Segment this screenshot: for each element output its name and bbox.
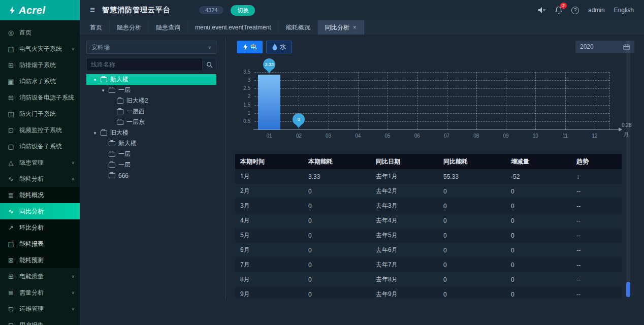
- table-row[interactable]: 9月0去年9月00--: [235, 287, 622, 297]
- table-cell: --: [571, 276, 622, 283]
- sidebar-item[interactable]: ▣消防水子系统: [0, 73, 80, 89]
- tree-node[interactable]: 旧大楼2: [86, 95, 216, 106]
- tab-item[interactable]: 隐患分析: [110, 20, 149, 35]
- table-row[interactable]: 4月0去年4月00--: [235, 213, 622, 228]
- table-cell: 0: [506, 232, 571, 239]
- sidebar-item[interactable]: ⊡视频监控子系统: [0, 122, 80, 138]
- table-cell: 0: [438, 217, 506, 224]
- chevron-down-icon: ∨: [71, 274, 75, 279]
- collapse-menu-icon[interactable]: ≡: [90, 5, 95, 15]
- tree-node[interactable]: 666: [86, 170, 216, 181]
- tree-node[interactable]: 一层西: [86, 106, 216, 117]
- tree-node-label: 一层: [118, 160, 131, 169]
- x-axis-label: 12: [592, 133, 597, 139]
- electric-toggle-button[interactable]: 电: [237, 41, 263, 53]
- table-cell: 0: [303, 262, 371, 269]
- water-drop-icon: [272, 44, 277, 50]
- panel-divider: [225, 38, 226, 300]
- y-axis-label: 2: [231, 93, 250, 99]
- tree-node[interactable]: 一层东: [86, 117, 216, 127]
- line-search: [86, 58, 216, 71]
- bolt-icon: [243, 44, 248, 50]
- folder-open-icon: [101, 131, 107, 136]
- device-tree: ▾新大楼▾一层旧大楼2一层西一层东▾旧大楼新大楼一层一层666: [86, 74, 216, 181]
- sidebar-item[interactable]: ▢消防设备子系统: [0, 138, 80, 154]
- year-picker[interactable]: 2020: [575, 41, 634, 53]
- table-cell: 0: [303, 232, 371, 239]
- table-row[interactable]: 2月0去年2月00--: [235, 184, 622, 199]
- menu-item-label: 消防水子系统: [19, 77, 75, 86]
- menu-item-label: 用户报告: [19, 321, 75, 325]
- table-row[interactable]: 1月3.33去年1月55.33-52↓: [235, 169, 622, 184]
- water-toggle-button[interactable]: 水: [266, 41, 292, 53]
- sidebar-subitem[interactable]: ≣能耗概况: [0, 187, 80, 203]
- tab-label: 能耗概况: [286, 23, 310, 32]
- menu-item-label: 能耗报表: [19, 240, 80, 248]
- table-cell: 0: [506, 217, 571, 224]
- sidebar-item[interactable]: ⊞电能质量∨: [0, 268, 80, 284]
- sidebar-item[interactable]: ◫防火门子系统: [0, 106, 80, 122]
- sidebar-subitem[interactable]: ⊠能耗预测: [0, 252, 80, 268]
- v-gridline: [447, 72, 447, 129]
- tab-item[interactable]: 同比分析×: [318, 20, 364, 35]
- project-count-badge: 4324: [199, 6, 223, 14]
- chevron-down-icon: ∨: [71, 160, 75, 165]
- menu-item-label: 电能质量: [19, 272, 67, 281]
- tree-node[interactable]: 一层: [86, 159, 216, 170]
- app-logo: Acrel: [0, 0, 80, 20]
- volume-mute-icon[interactable]: [538, 7, 546, 14]
- sidebar-item[interactable]: ≣需量分析∨: [0, 284, 80, 301]
- tree-node[interactable]: 一层: [86, 149, 216, 159]
- table-row[interactable]: 8月0去年8月00--: [235, 272, 622, 287]
- switch-button[interactable]: 切换: [231, 5, 255, 16]
- sidebar-item[interactable]: ∿能耗分析∧: [0, 171, 80, 187]
- tab-item[interactable]: menu.event.eventTreatment: [188, 20, 279, 35]
- line-search-input[interactable]: [86, 58, 202, 71]
- table-row[interactable]: 7月0去年7月00--: [235, 257, 622, 272]
- sidebar-item[interactable]: ◎首页: [0, 24, 80, 41]
- table-cell: --: [571, 203, 622, 210]
- sidebar-item[interactable]: ⊟消防设备电源子系统: [0, 89, 80, 106]
- column-header: 趋势: [571, 157, 622, 166]
- v-gridline: [506, 72, 506, 129]
- table-row[interactable]: 3月0去年3月00--: [235, 199, 622, 213]
- org-select[interactable]: 安科瑞 ∨: [86, 41, 216, 54]
- tree-node[interactable]: ▾旧大楼: [86, 127, 216, 138]
- sidebar-item[interactable]: ⊡运维管理∨: [0, 301, 80, 317]
- table-row[interactable]: 5月0去年5月00--: [235, 228, 622, 243]
- sidebar-subitem[interactable]: ▤能耗报表: [0, 236, 80, 252]
- tree-node[interactable]: ▾一层: [86, 85, 216, 95]
- chart-bar[interactable]: [258, 75, 280, 129]
- menu-item-label: 视频监控子系统: [19, 126, 75, 135]
- v-gridline: [595, 72, 595, 129]
- sidebar-subitem[interactable]: ↗环比分析: [0, 219, 80, 236]
- user-menu[interactable]: admin: [588, 7, 605, 14]
- vertical-scrollbar[interactable]: [626, 41, 630, 297]
- table-cell: 0: [438, 188, 506, 195]
- table-cell: 0: [303, 188, 371, 195]
- sidebar-item[interactable]: ▤电气火灾子系统∨: [0, 41, 80, 57]
- sidebar-item[interactable]: ⊞防排烟子系统: [0, 57, 80, 73]
- tab-item[interactable]: 首页: [83, 20, 110, 35]
- sidebar-item[interactable]: ⊟用户报告: [0, 317, 80, 325]
- sidebar-subitem[interactable]: ∿同比分析: [0, 203, 80, 219]
- column-header: 增减量: [506, 157, 571, 166]
- tree-node[interactable]: ▾新大楼: [86, 74, 216, 85]
- v-gridline: [388, 72, 388, 129]
- table-row[interactable]: 6月0去年6月00--: [235, 243, 622, 257]
- table-cell: 0: [438, 232, 506, 239]
- tab-item[interactable]: 隐患查询: [149, 20, 188, 35]
- help-icon[interactable]: ?: [571, 7, 579, 14]
- menu-item-label: 首页: [19, 28, 75, 37]
- tab-item[interactable]: 能耗概况: [279, 20, 318, 35]
- tab-close-icon[interactable]: ×: [353, 24, 357, 31]
- language-switch[interactable]: English: [614, 7, 634, 14]
- sidebar-menu: ◎首页▤电气火灾子系统∨⊞防排烟子系统▣消防水子系统⊟消防设备电源子系统◫防火门…: [0, 20, 80, 325]
- notification-bell-icon[interactable]: 2: [555, 6, 562, 14]
- tree-node[interactable]: 新大楼: [86, 138, 216, 149]
- scrollbar-thumb[interactable]: [626, 282, 630, 297]
- search-button[interactable]: [202, 58, 216, 71]
- tab-label: 隐患查询: [156, 23, 180, 32]
- sidebar-item[interactable]: △隐患管理∨: [0, 154, 80, 171]
- table-cell: 0: [506, 276, 571, 283]
